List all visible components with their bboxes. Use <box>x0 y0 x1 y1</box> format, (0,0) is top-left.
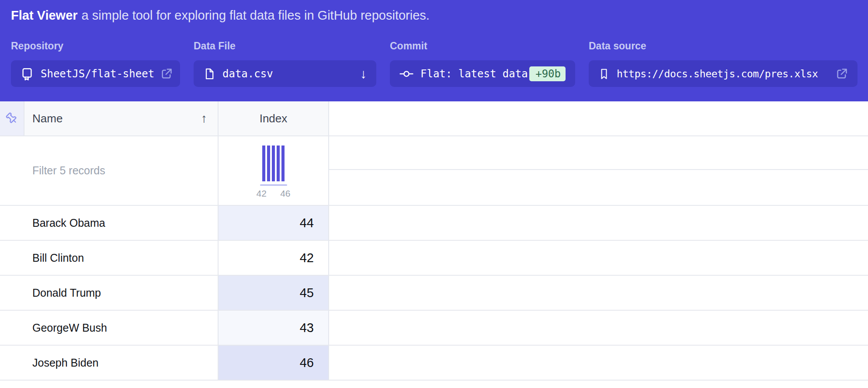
app-subtitle: a simple tool for exploring flat data fi… <box>82 8 430 22</box>
name-cell: Barack Obama <box>0 206 219 241</box>
table-row: GeorgeW Bush 43 <box>0 311 868 346</box>
row-filler <box>329 346 868 381</box>
commit-control: Commit Flat: latest data +90b <box>390 40 575 87</box>
filter-filler <box>329 136 868 206</box>
commit-label: Commit <box>390 40 575 52</box>
data-source-control: Data source https://docs.sheetjs.com/pre… <box>589 40 858 87</box>
app-header: Flat Viewera simple tool for exploring f… <box>0 0 868 101</box>
row-filler <box>329 241 868 276</box>
data-file-select[interactable]: data.csv ↓ <box>194 60 376 87</box>
histogram-range-labels: 42 46 <box>257 188 291 199</box>
controls-row: Repository SheetJS/flat-sheet <box>0 40 868 87</box>
histogram-max-label: 46 <box>280 188 290 199</box>
git-commit-icon <box>399 67 413 80</box>
data-file-value: data.csv <box>222 68 273 80</box>
file-icon <box>203 67 215 80</box>
histogram-bar <box>272 146 275 181</box>
filter-filler-divider <box>329 136 868 170</box>
index-cell: 44 <box>219 206 329 241</box>
index-cell: 45 <box>219 276 329 311</box>
table-row: Donald Trump 45 <box>0 276 868 311</box>
table-row: Bill Clinton 42 <box>0 241 868 276</box>
name-cell: Joseph Biden <box>0 346 219 381</box>
repository-value: SheetJS/flat-sheet <box>41 68 154 80</box>
column-header-index[interactable]: Index <box>219 101 329 136</box>
sort-ascending-icon: ↑ <box>201 111 207 125</box>
index-cell: 42 <box>219 241 329 276</box>
name-cell: Bill Clinton <box>0 241 219 276</box>
index-histogram-cell: 42 46 <box>219 136 329 206</box>
pin-column-toggle[interactable] <box>0 101 24 136</box>
histogram-min-label: 42 <box>257 188 267 199</box>
name-cell: Donald Trump <box>0 276 219 311</box>
column-header-index-label: Index <box>260 112 288 125</box>
commit-message: Flat: latest data <box>420 68 528 80</box>
header-filler <box>329 101 868 136</box>
histogram-bar <box>262 146 265 181</box>
title-row: Flat Viewera simple tool for exploring f… <box>0 0 868 23</box>
column-header-name-label: Name <box>32 112 62 125</box>
index-histogram[interactable] <box>262 146 285 181</box>
name-filter-cell <box>0 136 219 206</box>
external-link-icon <box>830 68 848 80</box>
histogram-bar <box>281 146 285 181</box>
index-cell: 46 <box>219 346 329 381</box>
repo-icon <box>21 67 34 80</box>
data-source-link[interactable]: https://docs.sheetjs.com/pres.xlsx <box>589 60 858 87</box>
app-title: Flat Viewer <box>11 8 78 22</box>
histogram-track <box>260 184 287 186</box>
repository-control: Repository SheetJS/flat-sheet <box>11 40 180 87</box>
data-source-label: Data source <box>589 40 858 52</box>
histogram-bar <box>277 146 280 181</box>
flat-viewer-app: Flat Viewera simple tool for exploring f… <box>0 0 868 388</box>
commit-selector[interactable]: Flat: latest data +90b <box>390 60 575 87</box>
row-filler <box>329 276 868 311</box>
index-cell: 43 <box>219 311 329 346</box>
commit-diff-badge: +90b <box>529 66 566 81</box>
filter-input[interactable] <box>32 164 198 177</box>
table-row: Barack Obama 44 <box>0 206 868 241</box>
row-filler <box>329 311 868 346</box>
data-file-control: Data File data.csv ↓ <box>194 40 376 87</box>
name-cell: GeorgeW Bush <box>0 311 219 346</box>
grid-header-row: Name ↑ Index <box>0 101 868 136</box>
column-header-name[interactable]: Name ↑ <box>24 101 219 136</box>
table-row: Joseph Biden 46 <box>0 346 868 381</box>
grid-filter-row: 42 46 <box>0 136 868 206</box>
data-grid: Name ↑ Index <box>0 101 868 381</box>
histogram-bar <box>267 146 270 181</box>
data-source-url: https://docs.sheetjs.com/pres.xlsx <box>617 68 818 80</box>
bookmark-icon <box>598 67 610 80</box>
data-file-label: Data File <box>194 40 376 52</box>
download-arrow-icon[interactable]: ↓ <box>354 67 367 80</box>
repository-link[interactable]: SheetJS/flat-sheet <box>11 60 180 87</box>
repository-label: Repository <box>11 40 180 52</box>
row-filler <box>329 206 868 241</box>
pushpin-icon <box>5 111 19 125</box>
external-link-icon <box>154 68 173 80</box>
